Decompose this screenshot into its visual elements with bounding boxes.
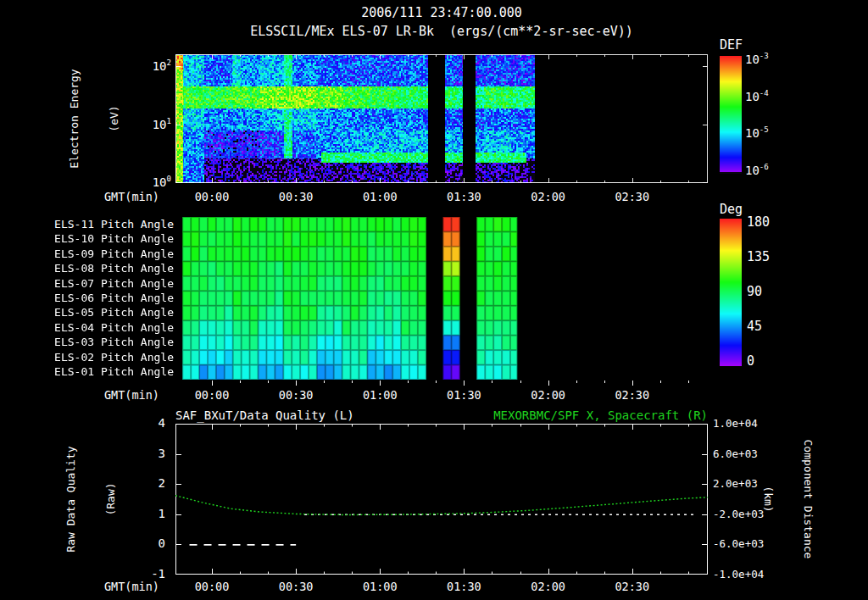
deg-colorbar-tick-label: 45: [747, 319, 762, 334]
distance-tick-label: -1.0e+04: [713, 568, 764, 581]
x-tick-mark: [212, 381, 213, 386]
x-tick-mark: [604, 381, 605, 383]
pitch-row-label: ELS-09 Pitch Angle: [34, 247, 174, 261]
pitch-row-label: ELS-04 Pitch Angle: [34, 321, 174, 335]
x-tick-label: 02:00: [523, 190, 574, 203]
x-tick-mark: [520, 381, 521, 383]
gmt-axis-label: GMT(min): [85, 190, 159, 203]
x-tick-mark: [352, 381, 353, 383]
x-tick-label: 02:30: [607, 190, 658, 203]
x-tick-label: 02:00: [523, 580, 574, 593]
x-tick-mark: [408, 381, 409, 383]
plot-title: ELSSCIL/MEx ELS-07 LR-Bk (ergs/(cm**2-sr…: [125, 24, 759, 39]
deg-colorbar-tick-label: 180: [747, 214, 770, 230]
quality-tick-label: 3: [127, 447, 165, 461]
x-tick-mark: [492, 381, 492, 383]
electron-energy-axis-label-line1: Electron Energy: [68, 42, 81, 195]
quality-tick-label: 1: [127, 507, 165, 521]
x-tick-mark: [268, 381, 269, 383]
gmt-axis-label: GMT(min): [85, 580, 159, 593]
x-tick-mark: [632, 381, 633, 386]
x-tick-label: 01:30: [438, 580, 489, 593]
x-tick-mark: [324, 381, 325, 383]
def-colorbar-tick-label: 10-5: [745, 125, 769, 140]
x-tick-label: 00:30: [270, 388, 321, 402]
component-distance-axis-label-line2: (km): [761, 406, 775, 592]
distance-tick-label: 6.0e+03: [713, 447, 758, 460]
timestamp-title: 2006/111 23:47:00.000: [175, 5, 708, 20]
gmt-axis-label: GMT(min): [85, 388, 159, 402]
x-tick-label: 01:00: [354, 580, 405, 593]
x-tick-label: 02:00: [523, 388, 574, 402]
plot-window: 2006/111 23:47:00.000 ELSSCIL/MEx ELS-07…: [0, 0, 868, 600]
electron-energy-spectrogram: [175, 54, 708, 183]
pitch-row-label: ELS-06 Pitch Angle: [34, 292, 174, 305]
x-tick-label: 01:00: [354, 190, 405, 203]
x-tick-mark: [576, 381, 577, 383]
raw-data-quality-axis-label-line1: Raw Data Quality: [64, 414, 78, 584]
x-tick-label: 00:00: [186, 580, 237, 593]
pitch-row-label: ELS-11 Pitch Angle: [34, 218, 174, 231]
pitch-row-label: ELS-10 Pitch Angle: [34, 232, 174, 246]
pitch-row-label: ELS-02 Pitch Angle: [34, 351, 174, 364]
x-tick-label: 00:00: [186, 190, 237, 203]
raw-data-quality-axis-label-line2: (Raw): [104, 414, 118, 584]
def-colorbar-title: DEF: [720, 37, 743, 53]
distance-tick-label: 2.0e+03: [713, 477, 758, 490]
x-tick-label: 01:30: [438, 190, 489, 203]
deg-colorbar-tick-label: 0: [747, 353, 754, 369]
x-tick-mark: [436, 381, 437, 383]
x-tick-label: 01:30: [438, 388, 489, 402]
pitch-angle-heatmap: [182, 217, 708, 380]
x-tick-label: 02:30: [607, 388, 658, 402]
deg-colorbar-tick-label: 135: [747, 249, 770, 264]
x-tick-label: 01:00: [354, 388, 405, 402]
component-distance-axis-label: Component Distance (km): [812, 406, 841, 592]
distance-tick-label: -6.0e+03: [713, 537, 764, 550]
x-tick-label: 02:30: [607, 580, 658, 593]
def-colorbar: [720, 56, 742, 174]
energy-tick-label: 102: [134, 58, 171, 73]
x-tick-mark: [660, 381, 661, 383]
x-tick-mark: [548, 381, 549, 386]
energy-tick-label: 100: [134, 175, 171, 189]
spacecraft-series-title: MEXORBMC/SPF X, Spacecraft (R): [339, 408, 708, 423]
x-tick-label: 00:30: [270, 580, 321, 593]
electron-energy-axis-label-line2: (eV): [108, 42, 121, 195]
deg-colorbar-title: Deg: [720, 202, 743, 217]
pitch-row-label: ELS-03 Pitch Angle: [34, 336, 174, 349]
x-tick-mark: [688, 381, 689, 383]
x-tick-mark: [380, 381, 381, 386]
x-tick-label: 00:00: [186, 388, 237, 402]
def-colorbar-tick-label: 10-6: [745, 163, 769, 177]
quality-tick-label: 4: [127, 416, 165, 431]
deg-colorbar-tick-label: 90: [747, 284, 762, 299]
raw-data-quality-axis-label: Raw Data Quality (Raw): [38, 414, 67, 584]
quality-distance-plot: [175, 424, 708, 575]
pitch-row-label: ELS-05 Pitch Angle: [34, 306, 174, 319]
x-tick-mark: [464, 381, 465, 386]
distance-tick-label: -2.0e+03: [713, 508, 764, 520]
deg-colorbar: [720, 219, 742, 366]
pitch-row-label: ELS-08 Pitch Angle: [34, 262, 174, 275]
pitch-row-label: ELS-07 Pitch Angle: [34, 277, 174, 291]
quality-tick-label: -1: [127, 567, 165, 581]
x-tick-label: 00:30: [270, 190, 321, 203]
def-colorbar-tick-label: 10-3: [745, 52, 769, 66]
electron-energy-axis-label: Electron Energy (eV): [42, 42, 70, 195]
def-colorbar-tick-label: 10-4: [745, 89, 769, 103]
x-tick-mark: [240, 381, 241, 383]
quality-tick-label: 0: [127, 536, 165, 551]
data-quality-series-title: SAF_BXuT/Data Quality (L): [175, 408, 354, 423]
distance-tick-label: 1.0e+04: [713, 417, 758, 430]
energy-tick-label: 101: [134, 117, 171, 131]
component-distance-axis-label-line1: Component Distance: [801, 406, 815, 592]
x-tick-mark: [296, 381, 297, 386]
pitch-row-label: ELS-01 Pitch Angle: [34, 365, 174, 379]
quality-tick-label: 2: [127, 476, 165, 491]
